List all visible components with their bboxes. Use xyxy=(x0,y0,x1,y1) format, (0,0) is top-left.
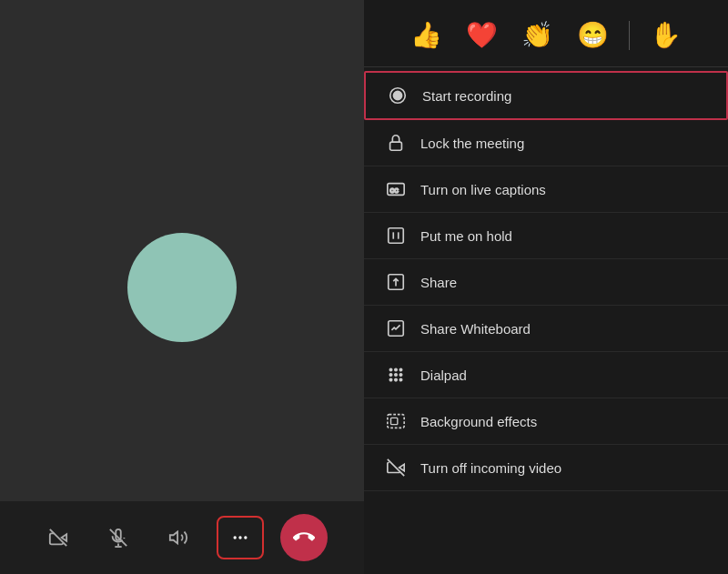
dialpad-icon xyxy=(386,365,406,385)
video-panel xyxy=(0,0,364,574)
menu-label-lock-meeting: Lock the meeting xyxy=(420,136,524,151)
svg-point-19 xyxy=(395,368,397,370)
menu-label-live-captions: Turn on live captions xyxy=(420,182,546,197)
mic-off-icon xyxy=(108,528,128,548)
menu-label-dialpad: Dialpad xyxy=(420,368,467,383)
svg-point-4 xyxy=(234,536,237,539)
svg-rect-27 xyxy=(388,415,404,428)
mute-button[interactable] xyxy=(96,516,140,559)
menu-label-put-on-hold: Put me on hold xyxy=(420,228,512,244)
menu-item-share-whiteboard[interactable]: Share Whiteboard xyxy=(364,306,728,352)
menu-item-background-effects[interactable]: Background effects xyxy=(364,398,728,445)
svg-point-24 xyxy=(389,378,391,380)
hangup-icon xyxy=(293,527,315,549)
svg-point-23 xyxy=(399,374,401,376)
menu-label-share-whiteboard: Share Whiteboard xyxy=(420,321,531,337)
reaction-raisehand[interactable]: ✋ xyxy=(646,16,685,54)
svg-text:CC: CC xyxy=(390,187,399,194)
camera-off-icon xyxy=(48,528,68,548)
menu-label-background-effects: Background effects xyxy=(420,414,537,429)
reaction-laugh[interactable]: 😁 xyxy=(573,16,612,54)
cc-icon: CC xyxy=(386,179,406,199)
svg-rect-12 xyxy=(389,228,404,244)
menu-item-lock-meeting[interactable]: Lock the meeting xyxy=(364,120,728,166)
menu-item-turn-off-incoming-video[interactable]: Turn off incoming video xyxy=(364,445,728,491)
svg-point-21 xyxy=(389,374,391,376)
record-icon xyxy=(388,86,408,106)
menu-label-start-recording: Start recording xyxy=(422,88,511,104)
camera-off-button[interactable] xyxy=(36,516,80,559)
reaction-heart[interactable]: ❤️ xyxy=(462,16,501,54)
background-icon xyxy=(386,411,406,431)
more-options-button[interactable] xyxy=(217,516,264,559)
svg-rect-28 xyxy=(391,418,398,424)
svg-line-29 xyxy=(388,459,404,476)
svg-rect-9 xyxy=(390,142,402,150)
menu-item-put-on-hold[interactable]: Put me on hold xyxy=(364,213,728,259)
bottom-toolbar xyxy=(0,501,364,574)
video-off-icon xyxy=(386,458,406,478)
menu-item-share[interactable]: Share xyxy=(364,259,728,306)
menu-label-turn-off-incoming-video: Turn off incoming video xyxy=(420,460,561,476)
reaction-divider xyxy=(629,21,630,50)
menu-item-dialpad[interactable]: Dialpad xyxy=(364,352,728,398)
reaction-clap[interactable]: 👏 xyxy=(518,16,557,54)
menu-label-share: Share xyxy=(420,275,457,290)
speaker-button[interactable] xyxy=(157,516,200,559)
avatar xyxy=(127,233,237,342)
reaction-thumbsup[interactable]: 👍 xyxy=(407,16,446,54)
more-dots-icon xyxy=(231,529,249,547)
menu-list: Start recording Lock the meeting CC Turn… xyxy=(364,67,728,495)
svg-point-22 xyxy=(395,374,397,376)
svg-point-18 xyxy=(389,368,391,370)
whiteboard-icon xyxy=(386,318,406,338)
svg-point-25 xyxy=(395,378,397,380)
lock-icon xyxy=(386,133,406,153)
svg-point-5 xyxy=(238,536,241,539)
more-options-panel: 👍 ❤️ 👏 😁 ✋ Start recording Lock the meet… xyxy=(364,0,728,574)
svg-marker-3 xyxy=(170,532,177,544)
menu-item-start-recording[interactable]: Start recording xyxy=(364,71,728,120)
speaker-icon xyxy=(168,528,188,548)
pause-icon xyxy=(386,226,406,246)
menu-item-live-captions[interactable]: CC Turn on live captions xyxy=(364,166,728,213)
hangup-button[interactable] xyxy=(280,514,328,561)
svg-point-26 xyxy=(399,378,401,380)
svg-point-6 xyxy=(244,536,247,539)
share-icon xyxy=(386,272,406,292)
svg-point-8 xyxy=(393,91,401,99)
svg-point-20 xyxy=(399,368,401,370)
reactions-row: 👍 ❤️ 👏 😁 ✋ xyxy=(364,0,728,67)
